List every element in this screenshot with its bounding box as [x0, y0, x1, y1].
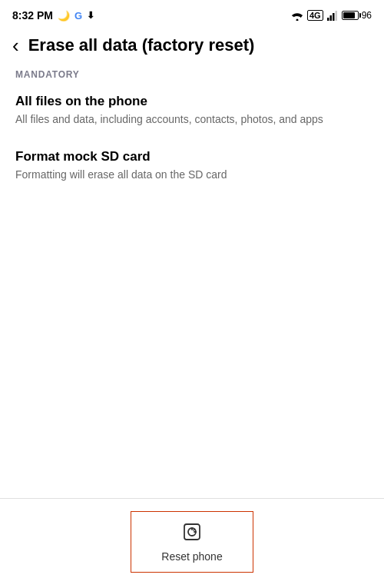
list-item: Format mock SD card Formatting will eras… — [15, 149, 369, 183]
list-item: All files on the phone All files and dat… — [15, 94, 369, 128]
download-icon: ⬇ — [87, 10, 94, 21]
signal-bars-icon — [326, 10, 339, 21]
status-right: 4G 96 — [290, 10, 372, 21]
item-desc-files: All files and data, including accounts, … — [15, 112, 369, 128]
reset-phone-icon — [181, 521, 203, 546]
signal-icon: 4G — [307, 10, 323, 21]
svg-rect-4 — [184, 524, 200, 540]
status-left: 8:32 PM 🌙 G ⬇ — [12, 9, 94, 22]
svg-rect-2 — [333, 13, 335, 21]
svg-rect-3 — [335, 11, 337, 21]
reset-phone-label: Reset phone — [161, 550, 222, 563]
battery-icon — [342, 11, 359, 20]
battery-level: 96 — [362, 10, 372, 21]
svg-rect-0 — [327, 18, 329, 21]
item-desc-sdcard: Formatting will erase all data on the SD… — [15, 168, 369, 183]
bottom-action-area: Reset phone — [0, 498, 384, 588]
time-display: 8:32 PM — [12, 9, 53, 22]
page-title: Erase all data (factory reset) — [28, 35, 255, 55]
section-label: MANDATORY — [15, 69, 369, 80]
page-content: MANDATORY All files on the phone All fil… — [0, 69, 384, 182]
svg-rect-1 — [329, 15, 332, 21]
item-title-sdcard: Format mock SD card — [15, 149, 369, 164]
back-button[interactable]: ‹ — [12, 35, 19, 55]
google-icon: G — [74, 10, 82, 22]
status-bar: 8:32 PM 🌙 G ⬇ 4G 96 — [0, 0, 384, 28]
moon-icon: 🌙 — [58, 10, 70, 22]
page-header: ‹ Erase all data (factory reset) — [0, 28, 384, 66]
item-title-files: All files on the phone — [15, 94, 369, 109]
reset-icon-svg — [181, 521, 203, 543]
wifi-icon — [290, 10, 304, 21]
reset-phone-button[interactable]: Reset phone — [131, 511, 253, 573]
